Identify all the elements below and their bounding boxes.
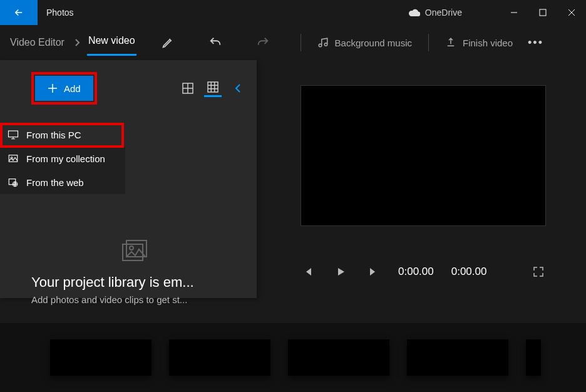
menu-item-from-collection[interactable]: From my collection [0, 147, 125, 170]
collection-icon [8, 153, 19, 164]
redo-button[interactable] [248, 28, 278, 58]
storyboard-slot[interactable] [526, 339, 541, 376]
minimize-button[interactable] [500, 0, 528, 25]
svg-rect-2 [208, 82, 218, 92]
maximize-icon [539, 9, 547, 16]
undo-button[interactable] [200, 28, 230, 58]
background-music-button[interactable]: Background music [309, 28, 421, 58]
chevron-left-icon [234, 83, 242, 94]
music-icon [317, 37, 329, 48]
add-source-menu: From this PC From my collection From the… [0, 123, 125, 194]
playback-controls: 0:00.00 0:00.00 [301, 264, 546, 279]
menu-item-from-pc[interactable]: From this PC [0, 123, 125, 147]
play-icon [335, 266, 346, 277]
placeholder-image-icon [119, 235, 244, 266]
toolbar-separator-2 [428, 34, 429, 51]
window-controls [500, 0, 586, 25]
maximize-button[interactable] [528, 0, 557, 25]
breadcrumb-current[interactable]: New video [87, 30, 136, 56]
total-time: 0:00.00 [451, 266, 487, 278]
export-icon [445, 37, 456, 48]
back-button[interactable] [0, 0, 38, 25]
empty-title: Your project library is em... [31, 274, 244, 291]
current-time: 0:00.00 [398, 266, 434, 278]
storyboard-slot[interactable] [288, 339, 389, 376]
menu-label-web: From the web [26, 177, 84, 188]
finish-label: Finish video [463, 38, 513, 48]
undo-icon [208, 36, 222, 49]
arrow-left-icon [13, 7, 24, 18]
storyboard[interactable] [0, 323, 586, 392]
main-toolbar: Video Editor New video Background music … [0, 25, 586, 60]
pencil-icon [162, 36, 174, 49]
menu-item-from-web[interactable]: From the web [0, 170, 125, 194]
step-back-icon [302, 266, 314, 277]
svg-rect-6 [9, 131, 18, 137]
storyboard-slot[interactable] [169, 339, 270, 376]
pc-icon [8, 129, 19, 140]
onedrive-label: OneDrive [425, 8, 462, 18]
app-title: Photos [46, 8, 74, 18]
menu-label-collection: From my collection [26, 153, 105, 164]
svg-rect-0 [540, 9, 546, 16]
video-preview[interactable] [301, 85, 546, 226]
view-large-button[interactable] [179, 80, 197, 97]
add-button[interactable]: Add [35, 76, 93, 101]
toolbar-separator [301, 34, 301, 51]
ellipsis-icon: ••• [528, 36, 543, 49]
play-button[interactable] [333, 264, 348, 279]
bg-music-label: Background music [335, 38, 412, 48]
view-toggle [179, 80, 242, 97]
rename-button[interactable] [153, 28, 183, 58]
window-titlebar: Photos OneDrive [0, 0, 586, 25]
empty-subtitle: Add photos and video clips to get st... [31, 294, 244, 305]
redo-icon [256, 36, 270, 49]
next-frame-button[interactable] [366, 264, 381, 279]
svg-point-5 [130, 246, 133, 250]
step-forward-icon [368, 266, 379, 277]
chevron-right-icon [71, 38, 85, 47]
fullscreen-button[interactable] [531, 264, 546, 279]
close-icon [568, 9, 575, 16]
minimize-icon [510, 9, 518, 16]
highlight-box-add: Add [31, 72, 97, 105]
grid-large-icon [182, 83, 193, 94]
collapse-button[interactable] [234, 83, 242, 94]
breadcrumb-root[interactable]: Video Editor [6, 32, 68, 53]
prev-frame-button[interactable] [301, 264, 316, 279]
panel-header: Add [0, 60, 257, 116]
web-icon [8, 177, 19, 188]
storyboard-slot[interactable] [407, 339, 508, 376]
view-small-button[interactable] [204, 80, 222, 97]
plus-icon [48, 83, 58, 93]
cloud-icon [409, 9, 420, 16]
finish-video-button[interactable]: Finish video [436, 28, 522, 58]
menu-label-pc: From this PC [26, 130, 81, 140]
library-empty-state: Your project library is em... Add photos… [31, 235, 244, 305]
storyboard-slot[interactable] [50, 339, 152, 376]
add-label: Add [64, 83, 81, 94]
fullscreen-icon [533, 266, 544, 277]
onedrive-status[interactable]: OneDrive [409, 8, 462, 18]
more-button[interactable]: ••• [524, 36, 552, 49]
grid-small-icon [207, 81, 218, 93]
close-button[interactable] [557, 0, 586, 25]
